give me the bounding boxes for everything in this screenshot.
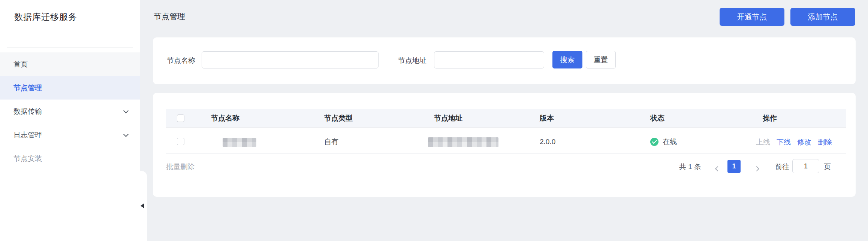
status-cell: 在线 bbox=[650, 137, 677, 146]
status-text: 在线 bbox=[663, 137, 677, 146]
sidebar-item-node-install[interactable]: 节点安装 bbox=[0, 147, 140, 170]
version-cell: 2.0.0 bbox=[540, 137, 555, 146]
node-name-input[interactable] bbox=[202, 51, 379, 68]
sidebar-divider bbox=[7, 48, 133, 48]
batch-delete-button[interactable]: 批量删除 bbox=[166, 162, 195, 172]
action-modify-link[interactable]: 修改 bbox=[797, 137, 811, 147]
redacted-node-address bbox=[428, 137, 498, 147]
action-online-link: 上线 bbox=[756, 137, 770, 147]
page-number-button[interactable]: 1 bbox=[727, 160, 741, 173]
select-all-checkbox[interactable] bbox=[177, 115, 184, 122]
chevron-right-icon bbox=[754, 166, 759, 171]
node-name-label: 节点名称 bbox=[167, 56, 195, 65]
row-divider bbox=[166, 153, 846, 154]
page-title: 节点管理 bbox=[154, 11, 185, 22]
pagination-total: 共 1 条 bbox=[679, 162, 701, 172]
sidebar-item-label: 日志管理 bbox=[13, 130, 124, 140]
node-type-cell: 自有 bbox=[324, 137, 338, 146]
column-header-node-name: 节点名称 bbox=[211, 114, 239, 122]
node-address-label: 节点地址 bbox=[398, 56, 427, 65]
sidebar-collapse-icon[interactable] bbox=[141, 203, 144, 208]
table-header-row bbox=[166, 109, 846, 128]
next-page-button[interactable] bbox=[752, 164, 762, 174]
chevron-down-icon bbox=[123, 131, 129, 137]
sidebar-menu: 首页 节点管理 数据传输 日志管理 节点安装 bbox=[0, 52, 140, 170]
open-node-button[interactable]: 开通节点 bbox=[720, 8, 784, 26]
column-header-status: 状态 bbox=[650, 114, 664, 122]
column-header-version: 版本 bbox=[540, 114, 554, 122]
sidebar-item-label: 节点管理 bbox=[13, 83, 128, 93]
sidebar-item-label: 首页 bbox=[13, 60, 128, 69]
app-title: 数据库迁移服务 bbox=[14, 11, 77, 23]
status-online-check-icon bbox=[650, 138, 658, 146]
add-node-button[interactable]: 添加节点 bbox=[790, 8, 855, 26]
action-offline-link[interactable]: 下线 bbox=[777, 137, 791, 147]
sidebar-item-data-transfer[interactable]: 数据传输 bbox=[0, 100, 140, 123]
search-button[interactable]: 搜索 bbox=[552, 51, 582, 68]
reset-button[interactable]: 重置 bbox=[586, 51, 616, 68]
node-table-panel: 节点名称 节点类型 节点地址 版本 状态 操作 自有 2.0.0 在线 上线 下… bbox=[153, 93, 856, 197]
goto-page-input[interactable] bbox=[792, 159, 819, 173]
page-unit-label: 页 bbox=[824, 162, 831, 172]
sidebar-item-log-management[interactable]: 日志管理 bbox=[0, 123, 140, 147]
column-header-node-type: 节点类型 bbox=[324, 114, 353, 122]
action-delete-link[interactable]: 删除 bbox=[818, 137, 832, 147]
column-header-node-address: 节点地址 bbox=[434, 114, 462, 122]
sidebar-bottom-panel bbox=[0, 171, 147, 241]
search-panel: 节点名称 节点地址 搜索 重置 bbox=[153, 37, 856, 84]
prev-page-button[interactable] bbox=[713, 164, 723, 174]
sidebar-item-home[interactable]: 首页 bbox=[0, 52, 140, 76]
redacted-node-name bbox=[223, 138, 256, 147]
sidebar-item-node-management[interactable]: 节点管理 bbox=[0, 76, 140, 100]
operations-cell: 上线 下线 修改 删除 bbox=[756, 137, 832, 147]
goto-page-label: 前往 bbox=[775, 162, 789, 172]
chevron-left-icon bbox=[715, 166, 720, 171]
chevron-down-icon bbox=[123, 108, 129, 113]
column-header-operations: 操作 bbox=[763, 114, 777, 122]
node-address-input[interactable] bbox=[434, 51, 544, 68]
sidebar-item-label: 节点安装 bbox=[13, 154, 128, 164]
row-checkbox[interactable] bbox=[177, 138, 184, 145]
sidebar-item-label: 数据传输 bbox=[13, 107, 124, 116]
